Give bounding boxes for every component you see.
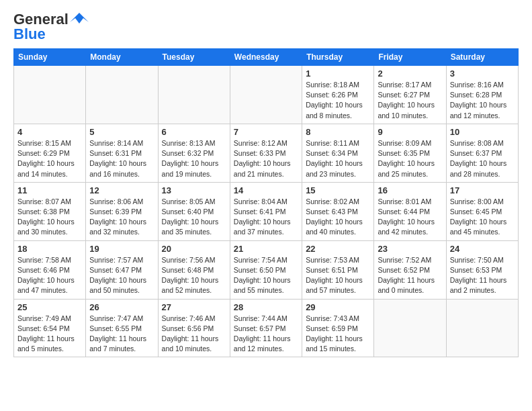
day-info: Sunrise: 8:05 AM Sunset: 6:40 PM Dayligh… — [162, 197, 226, 238]
day-number: 4 — [17, 127, 82, 137]
calendar-header-row: SundayMondayTuesdayWednesdayThursdayFrid… — [14, 49, 519, 66]
day-info: Sunrise: 8:09 AM Sunset: 6:35 PM Dayligh… — [378, 138, 442, 179]
calendar-cell: 23Sunrise: 7:52 AM Sunset: 6:52 PM Dayli… — [374, 240, 446, 299]
weekday-header-saturday: Saturday — [446, 49, 518, 66]
weekday-header-wednesday: Wednesday — [230, 49, 302, 66]
calendar-cell: 15Sunrise: 8:02 AM Sunset: 6:43 PM Dayli… — [302, 182, 374, 240]
day-info: Sunrise: 8:14 AM Sunset: 6:31 PM Dayligh… — [89, 138, 154, 179]
day-info: Sunrise: 8:08 AM Sunset: 6:37 PM Dayligh… — [450, 138, 515, 179]
calendar-week-3: 11Sunrise: 8:07 AM Sunset: 6:38 PM Dayli… — [14, 182, 519, 240]
weekday-header-monday: Monday — [86, 49, 158, 66]
day-number: 21 — [234, 244, 298, 254]
day-number: 1 — [306, 68, 370, 79]
day-info: Sunrise: 8:17 AM Sunset: 6:27 PM Dayligh… — [378, 80, 442, 121]
calendar-cell: 4Sunrise: 8:15 AM Sunset: 6:29 PM Daylig… — [14, 124, 86, 182]
day-info: Sunrise: 7:50 AM Sunset: 6:53 PM Dayligh… — [450, 255, 515, 296]
calendar-cell: 8Sunrise: 8:11 AM Sunset: 6:34 PM Daylig… — [302, 124, 374, 182]
day-number: 18 — [17, 244, 82, 254]
weekday-header-friday: Friday — [374, 49, 446, 66]
day-number: 14 — [234, 185, 298, 195]
day-number: 20 — [162, 244, 226, 254]
calendar-cell: 25Sunrise: 7:49 AM Sunset: 6:54 PM Dayli… — [14, 299, 86, 357]
calendar-cell: 2Sunrise: 8:17 AM Sunset: 6:27 PM Daylig… — [374, 66, 446, 124]
day-info: Sunrise: 7:54 AM Sunset: 6:50 PM Dayligh… — [234, 255, 298, 296]
day-info: Sunrise: 8:00 AM Sunset: 6:45 PM Dayligh… — [450, 197, 515, 238]
day-info: Sunrise: 8:07 AM Sunset: 6:38 PM Dayligh… — [17, 197, 82, 238]
calendar-cell: 14Sunrise: 8:04 AM Sunset: 6:41 PM Dayli… — [230, 182, 302, 240]
day-number: 27 — [162, 302, 226, 312]
calendar-cell: 17Sunrise: 8:00 AM Sunset: 6:45 PM Dayli… — [446, 182, 518, 240]
day-number: 11 — [17, 185, 82, 195]
day-info: Sunrise: 8:01 AM Sunset: 6:44 PM Dayligh… — [378, 197, 442, 238]
day-number: 10 — [450, 127, 515, 137]
calendar-cell — [446, 299, 518, 357]
calendar-cell — [374, 299, 446, 357]
day-number: 9 — [378, 127, 442, 137]
day-number: 28 — [234, 302, 298, 312]
day-number: 13 — [162, 185, 226, 195]
day-number: 29 — [306, 302, 370, 312]
day-number: 19 — [89, 244, 154, 254]
day-number: 22 — [306, 244, 370, 254]
day-number: 23 — [378, 244, 442, 254]
logo-bird-icon — [70, 11, 89, 26]
day-info: Sunrise: 7:52 AM Sunset: 6:52 PM Dayligh… — [378, 255, 442, 296]
calendar-cell: 27Sunrise: 7:46 AM Sunset: 6:56 PM Dayli… — [158, 299, 230, 357]
day-info: Sunrise: 7:43 AM Sunset: 6:59 PM Dayligh… — [306, 314, 370, 355]
calendar-cell: 3Sunrise: 8:16 AM Sunset: 6:28 PM Daylig… — [446, 66, 518, 124]
calendar-cell: 12Sunrise: 8:06 AM Sunset: 6:39 PM Dayli… — [86, 182, 158, 240]
calendar-cell — [86, 66, 158, 124]
day-number: 6 — [162, 127, 226, 137]
calendar: SundayMondayTuesdayWednesdayThursdayFrid… — [13, 48, 519, 357]
day-number: 24 — [450, 244, 515, 254]
calendar-cell: 26Sunrise: 7:47 AM Sunset: 6:55 PM Dayli… — [86, 299, 158, 357]
calendar-cell: 5Sunrise: 8:14 AM Sunset: 6:31 PM Daylig… — [86, 124, 158, 182]
day-info: Sunrise: 7:44 AM Sunset: 6:57 PM Dayligh… — [234, 314, 298, 355]
day-number: 26 — [89, 302, 154, 312]
calendar-cell: 9Sunrise: 8:09 AM Sunset: 6:35 PM Daylig… — [374, 124, 446, 182]
calendar-cell: 18Sunrise: 7:58 AM Sunset: 6:46 PM Dayli… — [14, 240, 86, 299]
calendar-cell: 1Sunrise: 8:18 AM Sunset: 6:26 PM Daylig… — [302, 66, 374, 124]
day-number: 25 — [17, 302, 82, 312]
calendar-cell: 11Sunrise: 8:07 AM Sunset: 6:38 PM Dayli… — [14, 182, 86, 240]
calendar-cell: 6Sunrise: 8:13 AM Sunset: 6:32 PM Daylig… — [158, 124, 230, 182]
calendar-week-2: 4Sunrise: 8:15 AM Sunset: 6:29 PM Daylig… — [14, 124, 519, 182]
calendar-cell — [230, 66, 302, 124]
calendar-cell: 29Sunrise: 7:43 AM Sunset: 6:59 PM Dayli… — [302, 299, 374, 357]
header: General Blue — [13, 11, 519, 43]
day-info: Sunrise: 7:46 AM Sunset: 6:56 PM Dayligh… — [162, 314, 226, 355]
weekday-header-sunday: Sunday — [14, 49, 86, 66]
day-info: Sunrise: 7:58 AM Sunset: 6:46 PM Dayligh… — [17, 255, 82, 296]
weekday-header-tuesday: Tuesday — [158, 49, 230, 66]
calendar-cell: 21Sunrise: 7:54 AM Sunset: 6:50 PM Dayli… — [230, 240, 302, 299]
day-number: 2 — [378, 68, 442, 79]
day-info: Sunrise: 8:11 AM Sunset: 6:34 PM Dayligh… — [306, 138, 370, 179]
day-info: Sunrise: 7:56 AM Sunset: 6:48 PM Dayligh… — [162, 255, 226, 296]
calendar-cell: 24Sunrise: 7:50 AM Sunset: 6:53 PM Dayli… — [446, 240, 518, 299]
day-info: Sunrise: 7:57 AM Sunset: 6:47 PM Dayligh… — [89, 255, 154, 296]
calendar-cell: 20Sunrise: 7:56 AM Sunset: 6:48 PM Dayli… — [158, 240, 230, 299]
day-info: Sunrise: 8:15 AM Sunset: 6:29 PM Dayligh… — [17, 138, 82, 179]
day-info: Sunrise: 8:06 AM Sunset: 6:39 PM Dayligh… — [89, 197, 154, 238]
calendar-cell: 28Sunrise: 7:44 AM Sunset: 6:57 PM Dayli… — [230, 299, 302, 357]
calendar-week-4: 18Sunrise: 7:58 AM Sunset: 6:46 PM Dayli… — [14, 240, 519, 299]
day-number: 3 — [450, 68, 515, 79]
day-number: 8 — [306, 127, 370, 137]
day-info: Sunrise: 7:49 AM Sunset: 6:54 PM Dayligh… — [17, 314, 82, 355]
day-number: 5 — [89, 127, 154, 137]
calendar-cell: 13Sunrise: 8:05 AM Sunset: 6:40 PM Dayli… — [158, 182, 230, 240]
day-info: Sunrise: 8:04 AM Sunset: 6:41 PM Dayligh… — [234, 197, 298, 238]
calendar-cell: 10Sunrise: 8:08 AM Sunset: 6:37 PM Dayli… — [446, 124, 518, 182]
svg-marker-0 — [70, 13, 89, 24]
logo-blue: Blue — [13, 26, 46, 43]
calendar-cell: 16Sunrise: 8:01 AM Sunset: 6:44 PM Dayli… — [374, 182, 446, 240]
calendar-cell: 22Sunrise: 7:53 AM Sunset: 6:51 PM Dayli… — [302, 240, 374, 299]
day-number: 17 — [450, 185, 515, 195]
day-info: Sunrise: 8:12 AM Sunset: 6:33 PM Dayligh… — [234, 138, 298, 179]
day-info: Sunrise: 8:02 AM Sunset: 6:43 PM Dayligh… — [306, 197, 370, 238]
calendar-cell — [14, 66, 86, 124]
day-info: Sunrise: 7:47 AM Sunset: 6:55 PM Dayligh… — [89, 314, 154, 355]
day-info: Sunrise: 8:13 AM Sunset: 6:32 PM Dayligh… — [162, 138, 226, 179]
day-number: 15 — [306, 185, 370, 195]
day-number: 16 — [378, 185, 442, 195]
